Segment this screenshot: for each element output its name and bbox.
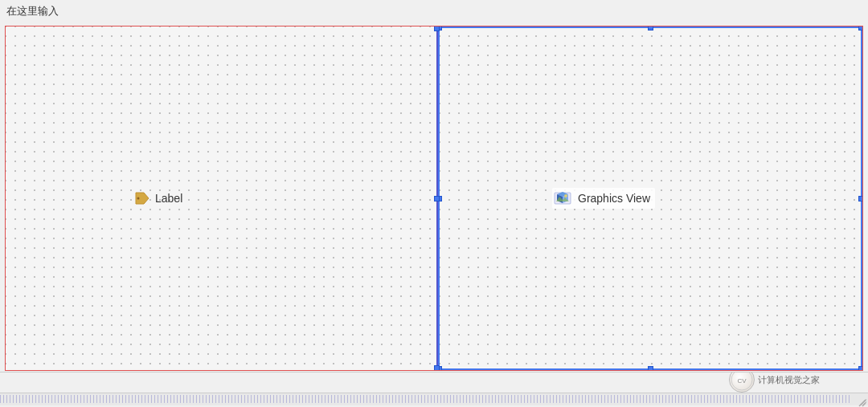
graphics-view-icon (554, 189, 571, 207)
watermark-icon: CV (729, 372, 755, 393)
main-canvas: Label Graphics View (5, 26, 863, 371)
panel-handle-bot-right[interactable] (858, 366, 863, 371)
svg-line-9 (859, 400, 866, 406)
divider-handle-bottom[interactable] (434, 365, 440, 371)
panel-handle-top-right[interactable] (858, 26, 863, 31)
scroll-track[interactable] (0, 393, 868, 405)
panel-handle-mid-right[interactable] (858, 196, 863, 201)
svg-point-0 (137, 197, 140, 200)
label-tag-icon (134, 191, 150, 206)
svg-point-6 (564, 194, 567, 197)
graphics-view-widget[interactable]: Graphics View (552, 188, 655, 209)
label-text: Label (155, 192, 182, 205)
panel-handle-bot-mid[interactable] (648, 366, 653, 371)
watermark-text: 计算机视觉之家 (758, 374, 820, 386)
bottom-bar: CV 计算机视觉之家 (0, 372, 868, 407)
graphics-view-text: Graphics View (578, 192, 650, 205)
vertical-divider[interactable] (436, 26, 438, 370)
svg-line-10 (862, 403, 866, 406)
scroll-content (0, 395, 852, 403)
svg-text:CV: CV (737, 377, 747, 385)
label-widget[interactable]: Label (134, 191, 182, 206)
divider-handle-top[interactable] (434, 26, 440, 31)
panel-handle-top-mid[interactable] (648, 26, 653, 31)
resize-handle[interactable] (857, 396, 866, 405)
watermark-area: CV 计算机视觉之家 (729, 372, 820, 393)
top-bar-placeholder[interactable]: 在这里输入 (6, 4, 59, 18)
divider-handle-mid[interactable] (434, 196, 440, 201)
top-bar: 在这里输入 (0, 0, 868, 22)
